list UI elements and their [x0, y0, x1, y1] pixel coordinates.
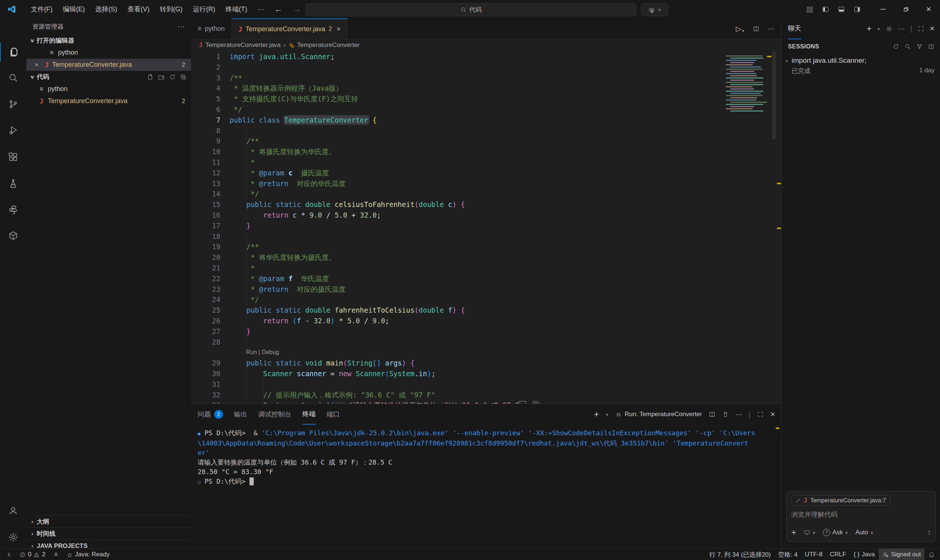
- open-editor-python[interactable]: ≡ python: [26, 47, 191, 59]
- nav-back-icon[interactable]: ←: [269, 5, 288, 14]
- maximize-panel-icon[interactable]: [757, 411, 764, 418]
- maximize-chat-icon[interactable]: [918, 25, 924, 32]
- tab-output[interactable]: 输出: [234, 404, 247, 425]
- customize-layout-icon[interactable]: [806, 6, 813, 13]
- tab-ports[interactable]: 端口: [327, 404, 340, 425]
- chat-more-icon[interactable]: ···: [898, 25, 905, 33]
- menu-file[interactable]: 文件(F): [26, 0, 58, 18]
- command-center-search[interactable]: 代码: [306, 3, 636, 16]
- toggle-sidebar-right-icon[interactable]: [854, 6, 861, 13]
- tree-item-temperatureconverter[interactable]: J TemperatureConverter.java 2: [26, 95, 191, 107]
- collapse-all-icon[interactable]: [180, 74, 187, 80]
- close-icon[interactable]: ×: [32, 61, 41, 69]
- new-folder-icon[interactable]: [158, 74, 165, 80]
- codelens-run-debug[interactable]: Run | Debug: [191, 347, 782, 358]
- gear-icon[interactable]: [886, 25, 893, 32]
- breadcrumb-symbol[interactable]: TemperatureConverter: [297, 42, 360, 49]
- java-status[interactable]: Java: Ready: [63, 549, 114, 560]
- send-button[interactable]: ↑: [927, 528, 931, 537]
- explorer-more-icon[interactable]: ···: [178, 23, 185, 31]
- activitybar-testing[interactable]: [0, 174, 26, 193]
- editor-more-icon[interactable]: ···: [768, 25, 774, 33]
- notifications[interactable]: [925, 549, 938, 560]
- new-terminal-button[interactable]: +: [594, 409, 599, 420]
- new-file-icon[interactable]: [147, 74, 154, 80]
- activitybar-python[interactable]: [0, 200, 26, 220]
- folder-header[interactable]: ∨ 代码: [26, 71, 191, 83]
- activitybar-account[interactable]: [0, 501, 26, 520]
- tab-problems[interactable]: 问题 2: [198, 404, 223, 425]
- terminal-instance[interactable]: Run: TemperatureConverter: [615, 411, 702, 418]
- activitybar-settings[interactable]: [0, 528, 26, 547]
- run-file-button[interactable]: ▷ ∨: [736, 25, 745, 33]
- search-icon[interactable]: [904, 43, 911, 50]
- toggle-sidebar-left-icon[interactable]: [822, 6, 829, 13]
- panel-more-icon[interactable]: ···: [735, 411, 742, 418]
- split-terminal-icon[interactable]: [708, 411, 716, 418]
- activitybar-containers[interactable]: [0, 226, 26, 245]
- filter-icon[interactable]: [916, 43, 923, 50]
- terminal-output[interactable]: ● PS D:\代码> & 'C:\Program Files\Java\jdk…: [198, 428, 771, 549]
- breadcrumb-file[interactable]: TemperatureConverter.java: [205, 42, 281, 49]
- eol[interactable]: CRLF: [826, 549, 850, 560]
- tab-python[interactable]: ≡ python: [191, 18, 232, 39]
- tools-button[interactable]: ∨: [804, 529, 815, 536]
- minimize-button[interactable]: ─: [872, 0, 894, 18]
- add-context-button[interactable]: +: [791, 527, 796, 538]
- tab-debug-console[interactable]: 调试控制台: [258, 404, 291, 425]
- problems-status[interactable]: 0 2: [16, 549, 49, 560]
- open-editor-temperatureconverter[interactable]: × J TemperatureConverter.java 2: [26, 59, 191, 71]
- chat-input-box[interactable]: J TemperatureConverter.java:7 浏览并理解代码 + …: [786, 491, 936, 542]
- encoding[interactable]: UTF-8: [801, 549, 826, 560]
- code-editor[interactable]: 1import java.util.Scanner;23/**4 * 温度转换器…: [191, 51, 782, 422]
- outline-section[interactable]: › 大纲: [26, 515, 191, 528]
- close-panel-icon[interactable]: ×: [770, 409, 775, 419]
- open-editors-header[interactable]: ∨ 打开的编辑器: [26, 34, 191, 47]
- cursor-position[interactable]: 行 7, 列 34 (已选择20): [705, 549, 774, 560]
- chevron-down-icon[interactable]: ∨: [877, 26, 880, 31]
- close-tab-icon[interactable]: ×: [336, 25, 341, 33]
- breadcrumb[interactable]: J TemperatureConverter.java › Temperatur…: [191, 39, 790, 51]
- refresh-icon[interactable]: [893, 43, 899, 50]
- editor-scrollbar[interactable]: [772, 51, 776, 140]
- menu-more[interactable]: ···: [252, 0, 269, 18]
- activitybar-extensions[interactable]: [0, 148, 26, 167]
- menu-run[interactable]: 运行(R): [188, 0, 221, 18]
- mode-picker-ask[interactable]: ? Ask ∨: [823, 529, 848, 536]
- split-view-icon[interactable]: [928, 43, 934, 50]
- indentation[interactable]: 空格: 4: [774, 549, 801, 560]
- tab-chat[interactable]: 聊天: [788, 18, 801, 39]
- activitybar-run-debug[interactable]: [0, 120, 26, 140]
- menu-selection[interactable]: 选择(S): [90, 0, 122, 18]
- activitybar-source-control[interactable]: [0, 95, 26, 114]
- close-window-button[interactable]: ×: [917, 0, 940, 18]
- tab-temperatureconverter[interactable]: J TemperatureConverter.java 2 ×: [232, 18, 347, 39]
- menu-goto[interactable]: 转到(G): [154, 0, 188, 18]
- new-chat-button[interactable]: +: [866, 24, 871, 34]
- tab-terminal[interactable]: 终端: [302, 404, 316, 425]
- activitybar-explorer[interactable]: [0, 43, 27, 62]
- session-item[interactable]: import java.util.Scanner; 已完成 1 day: [782, 54, 940, 78]
- menu-edit[interactable]: 编辑(E): [58, 0, 90, 18]
- chevron-down-icon[interactable]: ∨: [605, 412, 608, 417]
- minimap[interactable]: [724, 54, 767, 113]
- menu-terminal[interactable]: 终端(T): [221, 0, 252, 18]
- split-editor-icon[interactable]: [753, 25, 759, 32]
- menu-view[interactable]: 查看(V): [122, 0, 154, 18]
- signed-out-status[interactable]: Signed out: [879, 549, 925, 560]
- tree-item-python[interactable]: ≡ python: [26, 83, 191, 95]
- kill-terminal-icon[interactable]: [722, 411, 729, 418]
- toggle-panel-icon[interactable]: [838, 6, 845, 13]
- model-picker-auto[interactable]: Auto ∨: [855, 529, 873, 536]
- nav-forward-icon[interactable]: →: [288, 5, 306, 14]
- remote-indicator[interactable]: [2, 549, 16, 560]
- close-chat-icon[interactable]: ×: [930, 24, 934, 33]
- copilot-button[interactable]: ∨: [641, 3, 668, 16]
- context-chip[interactable]: J TemperatureConverter.java:7: [791, 495, 890, 506]
- refresh-icon[interactable]: [169, 74, 176, 80]
- restore-button[interactable]: [894, 0, 917, 18]
- rocket-status[interactable]: [49, 549, 63, 560]
- timeline-section[interactable]: › 时间线: [26, 527, 191, 540]
- language-mode[interactable]: { } Java: [850, 549, 879, 560]
- activitybar-search[interactable]: [0, 68, 26, 87]
